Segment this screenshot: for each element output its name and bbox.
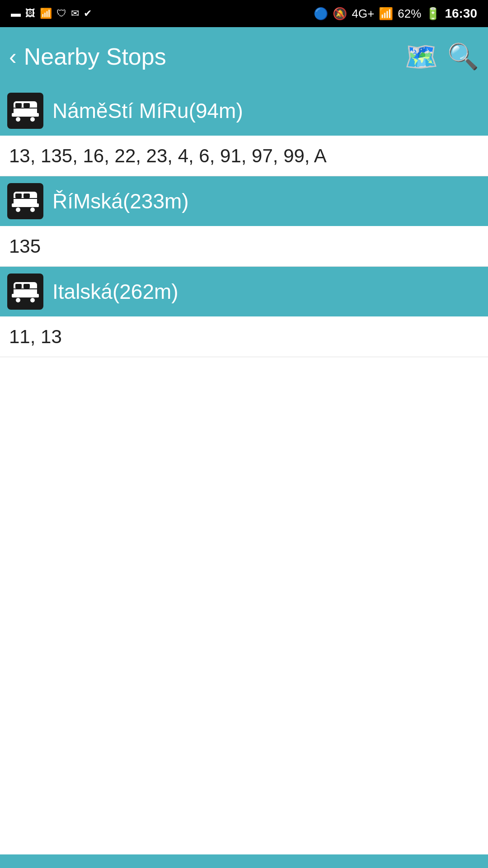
svg-rect-4 bbox=[12, 113, 39, 117]
routes-text-1: 13, 135, 16, 22, 23, 4, 6, 91, 97, 99, A bbox=[9, 145, 327, 167]
image-icon: 🖼 bbox=[25, 8, 35, 19]
status-bar-right: 🔵 🔕 4G+ 📶 62% 🔋 16:30 bbox=[314, 6, 477, 21]
svg-rect-23 bbox=[14, 288, 37, 289]
battery-icon: 🔋 bbox=[426, 7, 440, 21]
svg-point-13 bbox=[16, 208, 20, 212]
svg-rect-2 bbox=[23, 103, 30, 108]
svg-point-14 bbox=[30, 208, 35, 212]
bottom-bar bbox=[0, 854, 488, 868]
stop-header-3[interactable]: Italská(262m) bbox=[0, 267, 488, 316]
svg-rect-18 bbox=[23, 284, 30, 288]
signal-bars-icon: 📶 bbox=[379, 7, 393, 21]
stop-item-2: ŘíMská(233m) 135 bbox=[0, 176, 488, 267]
header-left: ‹ Nearby Stops bbox=[9, 43, 166, 70]
bluetooth-icon: 🔵 bbox=[314, 7, 328, 21]
stop-routes-1: 13, 135, 16, 22, 23, 4, 6, 91, 97, 99, A bbox=[0, 136, 488, 176]
page-title: Nearby Stops bbox=[24, 43, 166, 70]
check-icon: ✔ bbox=[84, 8, 92, 19]
stop-name-2: ŘíMská(233m) bbox=[52, 189, 189, 213]
svg-point-5 bbox=[16, 117, 20, 122]
bus-icon-3 bbox=[12, 278, 39, 305]
bus-icon-1 bbox=[12, 97, 39, 124]
bus-icon-container-3 bbox=[7, 274, 43, 310]
wifi-icon: 📶 bbox=[40, 8, 52, 19]
svg-rect-9 bbox=[15, 193, 22, 198]
svg-rect-7 bbox=[14, 108, 37, 108]
status-bar-left: ▬ 🖼 📶 🛡 ✉ ✔ bbox=[11, 8, 92, 19]
stop-routes-3: 11, 13 bbox=[0, 316, 488, 357]
back-button[interactable]: ‹ bbox=[9, 43, 17, 70]
map-icon[interactable]: 🗺️ bbox=[404, 41, 438, 73]
status-bar: ▬ 🖼 📶 🛡 ✉ ✔ 🔵 🔕 4G+ 📶 62% 🔋 16:30 bbox=[0, 0, 488, 27]
svg-rect-15 bbox=[14, 198, 37, 199]
line-icon: ▬ bbox=[11, 8, 21, 19]
stop-name-3: Italská(262m) bbox=[52, 279, 178, 304]
svg-rect-20 bbox=[12, 294, 39, 297]
shield-icon: 🛡 bbox=[56, 8, 66, 19]
stop-header-2[interactable]: ŘíMská(233m) bbox=[0, 176, 488, 226]
bus-icon-container-2 bbox=[7, 183, 43, 219]
stop-item-3: Italská(262m) 11, 13 bbox=[0, 267, 488, 357]
svg-rect-17 bbox=[15, 284, 22, 288]
stop-list: NáměStí MíRu(94m) 13, 135, 16, 22, 23, 4… bbox=[0, 86, 488, 357]
mail-icon: ✉ bbox=[71, 8, 79, 19]
stop-routes-2: 135 bbox=[0, 226, 488, 267]
svg-point-21 bbox=[16, 298, 20, 302]
svg-rect-12 bbox=[12, 203, 39, 207]
bus-icon-container-1 bbox=[7, 93, 43, 129]
svg-rect-10 bbox=[23, 193, 30, 198]
signal-label: 4G+ bbox=[352, 7, 374, 21]
svg-point-22 bbox=[30, 298, 35, 302]
routes-text-2: 135 bbox=[9, 236, 41, 257]
battery-label: 62% bbox=[398, 7, 421, 21]
header-icons: 🗺️ 🔍 bbox=[404, 41, 479, 73]
clock: 16:30 bbox=[445, 6, 477, 21]
app-header: ‹ Nearby Stops 🗺️ 🔍 bbox=[0, 27, 488, 86]
svg-rect-1 bbox=[15, 103, 22, 108]
bus-icon-2 bbox=[12, 188, 39, 215]
stop-item-1: NáměStí MíRu(94m) 13, 135, 16, 22, 23, 4… bbox=[0, 86, 488, 176]
search-icon[interactable]: 🔍 bbox=[447, 42, 479, 71]
stop-name-1: NáměStí MíRu(94m) bbox=[52, 99, 243, 123]
stop-header-1[interactable]: NáměStí MíRu(94m) bbox=[0, 86, 488, 136]
routes-text-3: 11, 13 bbox=[9, 326, 62, 348]
svg-point-6 bbox=[30, 117, 35, 122]
mute-icon: 🔕 bbox=[333, 7, 347, 21]
